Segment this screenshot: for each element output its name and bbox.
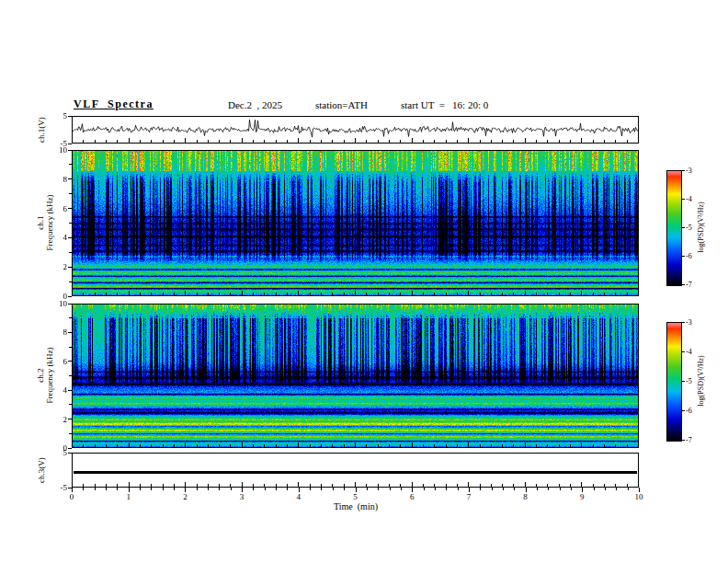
x-minor-tick: [174, 488, 175, 490]
x-minor-tick: [106, 488, 107, 490]
x-minor-tick: [333, 488, 334, 490]
x-minor-tick: [424, 488, 425, 490]
colorbar-tick-label: -3: [686, 167, 700, 175]
y-major-tick: [68, 237, 72, 238]
colorbar-tick-label: -6: [686, 252, 700, 260]
ch3-voltage-axis-label: ch.3(V): [37, 457, 46, 483]
x-minor-tick: [401, 488, 402, 490]
x-tick-label: 6: [401, 492, 423, 501]
ch2-spectrogram-plot: [72, 304, 639, 448]
x-minor-tick: [310, 488, 311, 490]
y-tick-label: 2: [43, 262, 67, 271]
colorbar-tick: [682, 322, 685, 323]
x-minor-tick: [321, 488, 322, 490]
y-tick-label: -5: [43, 483, 67, 492]
colorbar-tick: [682, 440, 685, 441]
y-tick-label: 8: [43, 175, 67, 184]
ch1-voltage-waveform-plot: [72, 116, 639, 144]
x-minor-tick: [344, 488, 345, 490]
x-minor-tick: [287, 488, 288, 490]
x-axis-label: Time (min): [334, 501, 378, 511]
x-tick-label: 7: [458, 492, 480, 501]
colorbar-tick-label: -7: [686, 436, 700, 444]
x-minor-tick: [571, 488, 572, 490]
y-tick-label: 5: [43, 111, 67, 121]
y-minor-tick: [69, 164, 72, 165]
y-tick-label: 10: [43, 145, 67, 155]
colorbar-tick-label: -4: [686, 195, 700, 203]
y-minor-tick: [69, 223, 72, 224]
ch1-spectrogram-plot: [72, 150, 639, 296]
x-tick-label: 8: [515, 492, 537, 501]
x-tick-label: 3: [231, 492, 253, 501]
y-tick-label: 8: [43, 327, 67, 337]
y-minor-tick: [69, 375, 72, 376]
start-ut-label: start UT = 16: 20: 0: [401, 99, 488, 110]
x-tick-label: 0: [61, 492, 83, 501]
x-minor-tick: [628, 488, 629, 490]
x-tick-label: 9: [571, 492, 593, 501]
y-minor-tick: [69, 404, 72, 405]
y-major-tick: [68, 453, 72, 454]
y-major-tick: [68, 390, 72, 391]
x-minor-tick: [435, 488, 436, 490]
x-minor-tick: [514, 488, 515, 490]
x-minor-tick: [231, 488, 232, 490]
x-minor-tick: [503, 488, 504, 490]
x-minor-tick: [117, 488, 118, 490]
colorbar-tick-label: -3: [686, 318, 700, 327]
x-minor-tick: [378, 488, 379, 490]
ch2-frequency-axis-label-line1: ch.2: [36, 347, 45, 403]
x-tick-label: 2: [174, 492, 196, 501]
colorbar-tick-label: -5: [686, 224, 700, 232]
x-minor-tick: [140, 488, 141, 490]
x-minor-tick: [197, 488, 198, 490]
colorbar-tick-label: -6: [686, 407, 700, 415]
station-label: station=ATH: [315, 99, 368, 110]
x-minor-tick: [276, 488, 277, 490]
colorbar-tick-label: -7: [686, 281, 700, 289]
ch2-frequency-axis-label: ch.2 Frequency (kHz): [36, 347, 54, 403]
y-tick-label: 4: [43, 233, 67, 242]
y-major-tick: [68, 448, 72, 449]
x-minor-tick: [480, 488, 481, 490]
x-minor-tick: [548, 488, 549, 490]
y-major-tick: [68, 116, 72, 117]
x-minor-tick: [560, 488, 561, 490]
y-tick-label: 6: [43, 357, 67, 366]
y-major-tick: [68, 267, 72, 268]
y-tick-label: 4: [43, 385, 67, 395]
x-minor-tick: [219, 488, 220, 490]
x-minor-tick: [95, 488, 96, 490]
x-minor-tick: [446, 488, 447, 490]
y-tick-label: 10: [43, 299, 67, 308]
y-major-tick: [68, 178, 72, 179]
y-minor-tick: [69, 433, 72, 434]
ch1-frequency-axis-label-line2: Frequency (kHz): [45, 194, 54, 250]
y-major-tick: [68, 144, 72, 144]
x-tick-label: 5: [345, 492, 367, 501]
x-minor-tick: [83, 488, 84, 490]
y-tick-label: 5: [43, 448, 67, 457]
colorbar-tick: [682, 256, 685, 257]
colorbar-tick: [682, 351, 685, 352]
colorbar-tick: [682, 227, 685, 228]
x-tick-label: 1: [118, 492, 140, 501]
x-minor-tick: [594, 488, 595, 490]
colorbar-tick: [682, 381, 685, 382]
ch1-frequency-axis-label-line1: ch.1: [36, 194, 45, 250]
y-minor-tick: [69, 317, 72, 318]
x-minor-tick: [163, 488, 164, 490]
y-minor-tick: [69, 252, 72, 253]
y-major-tick: [68, 332, 72, 333]
y-tick-label: 6: [43, 204, 67, 213]
colorbar-ch2: [666, 322, 682, 442]
figure-title: VLF Spectra: [74, 98, 154, 111]
x-tick-label: 4: [288, 492, 310, 501]
y-major-tick: [68, 304, 72, 304]
x-minor-tick: [253, 488, 254, 490]
y-major-tick: [68, 150, 72, 151]
colorbar-tick: [682, 199, 685, 200]
x-minor-tick: [492, 488, 493, 490]
x-minor-tick: [390, 488, 391, 490]
